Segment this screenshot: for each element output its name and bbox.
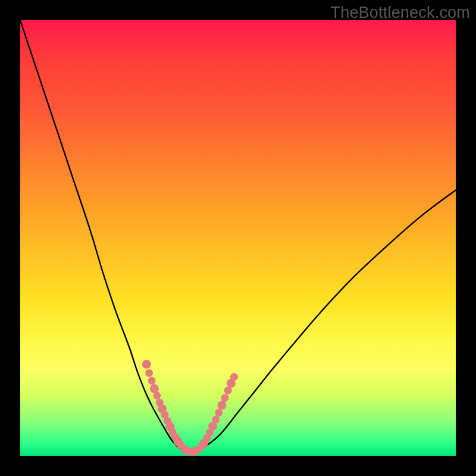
marker-dot [215, 409, 223, 416]
bottleneck-curve [20, 20, 456, 452]
chart-svg [20, 20, 456, 456]
marker-dot [150, 384, 159, 393]
chart-frame: TheBottleneck.com [0, 0, 476, 476]
marker-dot [145, 369, 153, 377]
watermark-text: TheBottleneck.com [330, 4, 470, 22]
marker-dot [142, 360, 151, 369]
marker-dot [153, 392, 161, 399]
marker-cluster-right [190, 373, 238, 456]
marker-dot [148, 377, 156, 385]
marker-dot [212, 416, 220, 424]
marker-cluster-left [142, 360, 195, 456]
marker-dot [230, 373, 238, 381]
marker-dot [221, 394, 229, 402]
marker-dot [217, 401, 226, 410]
plot-area [20, 20, 456, 456]
